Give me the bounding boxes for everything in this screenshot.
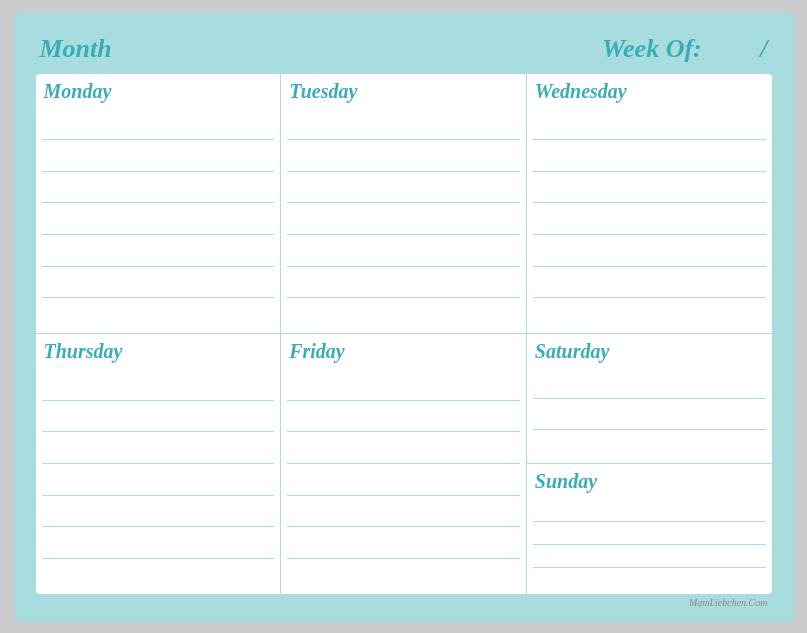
line (287, 559, 520, 590)
line (533, 545, 766, 568)
column-tuesday-friday: Tuesday Friday (281, 74, 527, 594)
line (533, 109, 766, 141)
line (287, 140, 520, 172)
month-label: Month (40, 34, 112, 64)
line (42, 369, 275, 401)
monday-section: Monday (36, 74, 281, 335)
saturday-section: Saturday (527, 334, 772, 463)
line (533, 568, 766, 590)
sunday-label: Sunday (527, 464, 772, 497)
line (42, 172, 275, 204)
line (42, 401, 275, 433)
sat-sun-section: Saturday Sunday (527, 334, 772, 594)
line (287, 267, 520, 299)
line (533, 369, 766, 399)
line (42, 267, 275, 299)
line (287, 496, 520, 528)
line (287, 172, 520, 204)
sunday-lines (527, 497, 772, 593)
friday-section: Friday (281, 334, 526, 594)
calendar-header: Month Week Of: / (36, 34, 772, 64)
line (287, 432, 520, 464)
line (533, 203, 766, 235)
line (42, 298, 275, 329)
thursday-section: Thursday (36, 334, 281, 594)
sunday-section: Sunday (527, 463, 772, 593)
line (42, 140, 275, 172)
line (42, 109, 275, 141)
line (533, 499, 766, 522)
line (533, 430, 766, 459)
tuesday-label: Tuesday (281, 74, 526, 107)
tuesday-lines (281, 107, 526, 334)
monday-label: Monday (36, 74, 281, 107)
line (42, 464, 275, 496)
line (42, 235, 275, 267)
line (533, 399, 766, 429)
wednesday-label: Wednesday (527, 74, 772, 107)
line (42, 203, 275, 235)
saturday-label: Saturday (527, 334, 772, 367)
wednesday-lines (527, 107, 772, 334)
line (42, 432, 275, 464)
friday-label: Friday (281, 334, 526, 367)
thursday-lines (36, 367, 281, 594)
wednesday-section: Wednesday (527, 74, 772, 335)
calendar-grid: Monday Thursday (36, 74, 772, 594)
line (287, 235, 520, 267)
line (533, 140, 766, 172)
line (287, 527, 520, 559)
calendar-outer: Month Week Of: / Monday (14, 12, 794, 622)
line (287, 203, 520, 235)
line (533, 298, 766, 329)
friday-lines (281, 367, 526, 594)
column-monday-thursday: Monday Thursday (36, 74, 282, 594)
thursday-label: Thursday (36, 334, 281, 367)
watermark: MamLiebchen.Com (689, 597, 768, 608)
monday-lines (36, 107, 281, 334)
line (287, 401, 520, 433)
line (533, 522, 766, 545)
line (42, 527, 275, 559)
line (533, 172, 766, 204)
line (287, 464, 520, 496)
weekof-label: Week Of: / (602, 34, 768, 64)
line (533, 235, 766, 267)
tuesday-section: Tuesday (281, 74, 526, 335)
line (42, 496, 275, 528)
line (42, 559, 275, 590)
line (533, 267, 766, 299)
column-wednesday-sat-sun: Wednesday Saturday (527, 74, 772, 594)
line (287, 298, 520, 329)
saturday-lines (527, 367, 772, 463)
line (287, 369, 520, 401)
line (287, 109, 520, 141)
